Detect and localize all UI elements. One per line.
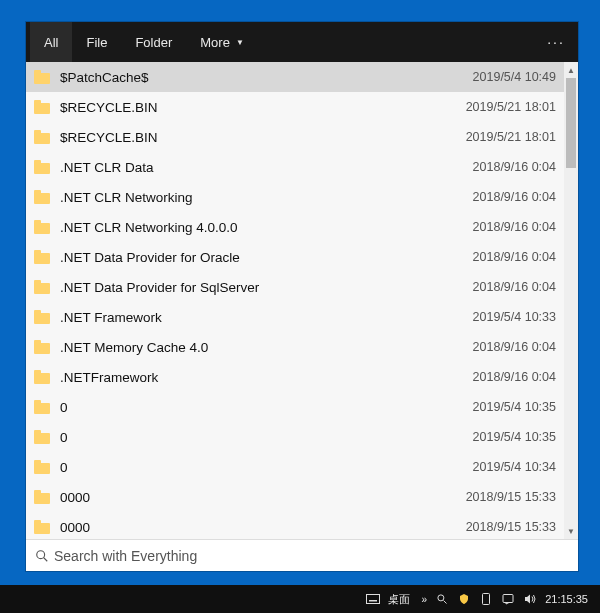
svg-rect-3	[369, 600, 377, 602]
svg-rect-6	[483, 594, 490, 605]
tab-label: Folder	[135, 35, 172, 50]
item-name: .NET Framework	[60, 310, 465, 325]
list-item[interactable]: .NET Framework2019/5/4 10:33	[26, 302, 564, 332]
item-date: 2018/9/16 0:04	[465, 370, 556, 384]
filter-tab-all[interactable]: All	[30, 22, 72, 62]
folder-icon	[34, 460, 50, 474]
scroll-thumb[interactable]	[566, 78, 576, 168]
list-item[interactable]: .NET Memory Cache 4.02018/9/16 0:04	[26, 332, 564, 362]
taskbar-clock[interactable]: 21:15:35	[545, 593, 592, 605]
item-date: 2018/9/16 0:04	[465, 280, 556, 294]
list-item[interactable]: .NETFramework2018/9/16 0:04	[26, 362, 564, 392]
item-date: 2018/9/16 0:04	[465, 220, 556, 234]
item-date: 2018/9/16 0:04	[465, 340, 556, 354]
folder-icon	[34, 160, 50, 174]
toolbar-spacer	[258, 22, 534, 62]
folder-icon	[34, 190, 50, 204]
folder-icon	[34, 280, 50, 294]
filter-tab-folder[interactable]: Folder	[121, 22, 186, 62]
tray-device-icon[interactable]	[479, 592, 493, 606]
svg-rect-2	[366, 595, 379, 604]
item-date: 2019/5/4 10:49	[465, 70, 556, 84]
filter-tab-file[interactable]: File	[72, 22, 121, 62]
item-name: .NET Memory Cache 4.0	[60, 340, 465, 355]
list-item[interactable]: 02019/5/4 10:35	[26, 422, 564, 452]
tab-label: File	[86, 35, 107, 50]
item-name: .NETFramework	[60, 370, 465, 385]
scroll-up-button[interactable]: ▲	[564, 62, 578, 78]
item-name: 0	[60, 400, 465, 415]
svg-rect-7	[503, 595, 513, 603]
list-item[interactable]: 00002018/9/15 15:33	[26, 482, 564, 512]
folder-icon	[34, 100, 50, 114]
list-item[interactable]: 00002018/9/15 15:33	[26, 512, 564, 539]
item-name: .NET CLR Networking 4.0.0.0	[60, 220, 465, 235]
item-date: 2019/5/21 18:01	[458, 100, 556, 114]
search-input[interactable]	[52, 544, 572, 568]
folder-icon	[34, 400, 50, 414]
svg-point-0	[37, 550, 45, 558]
toolbar-overflow-button[interactable]: ···	[534, 22, 578, 62]
item-date: 2018/9/16 0:04	[465, 250, 556, 264]
folder-icon	[34, 250, 50, 264]
item-date: 2019/5/4 10:35	[465, 430, 556, 444]
svg-point-4	[438, 595, 444, 601]
item-date: 2019/5/4 10:33	[465, 310, 556, 324]
folder-icon	[34, 490, 50, 504]
svg-line-1	[44, 557, 48, 561]
tray-notification-icon[interactable]	[501, 592, 515, 606]
tab-label: More	[200, 35, 230, 50]
item-date: 2018/9/16 0:04	[465, 190, 556, 204]
item-name: $RECYCLE.BIN	[60, 100, 458, 115]
chevron-down-icon: ▼	[236, 38, 244, 47]
tray-security-icon[interactable]	[457, 592, 471, 606]
list-item[interactable]: .NET Data Provider for SqlServer2018/9/1…	[26, 272, 564, 302]
item-date: 2018/9/15 15:33	[458, 490, 556, 504]
item-name: 0	[60, 430, 465, 445]
results-area: $PatchCache$2019/5/4 10:49$RECYCLE.BIN20…	[26, 62, 578, 539]
item-name: 0000	[60, 490, 458, 505]
search-icon	[32, 549, 52, 563]
item-date: 2019/5/4 10:34	[465, 460, 556, 474]
folder-icon	[34, 520, 50, 534]
item-name: .NET Data Provider for Oracle	[60, 250, 465, 265]
folder-icon	[34, 220, 50, 234]
list-item[interactable]: .NET CLR Networking 4.0.0.02018/9/16 0:0…	[26, 212, 564, 242]
item-date: 2018/9/16 0:04	[465, 160, 556, 174]
list-item[interactable]: $RECYCLE.BIN2019/5/21 18:01	[26, 92, 564, 122]
toolbar: AllFileFolderMore▼ ···	[26, 22, 578, 62]
results-list[interactable]: $PatchCache$2019/5/4 10:49$RECYCLE.BIN20…	[26, 62, 564, 539]
list-item[interactable]: $PatchCache$2019/5/4 10:49	[26, 62, 564, 92]
filter-tab-more[interactable]: More▼	[186, 22, 258, 62]
folder-icon	[34, 310, 50, 324]
desktop-label[interactable]: 桌面	[388, 592, 410, 607]
item-name: $PatchCache$	[60, 70, 465, 85]
item-date: 2019/5/21 18:01	[458, 130, 556, 144]
folder-icon	[34, 70, 50, 84]
scroll-down-button[interactable]: ▼	[564, 523, 578, 539]
list-item[interactable]: .NET Data Provider for Oracle2018/9/16 0…	[26, 242, 564, 272]
list-item[interactable]: .NET CLR Data2018/9/16 0:04	[26, 152, 564, 182]
tray-keyboard-icon[interactable]	[366, 592, 380, 606]
item-date: 2018/9/15 15:33	[458, 520, 556, 534]
app-window: AllFileFolderMore▼ ··· $PatchCache$2019/…	[26, 22, 578, 571]
svg-line-5	[444, 601, 447, 604]
list-item[interactable]: 02019/5/4 10:34	[26, 452, 564, 482]
list-item[interactable]: 02019/5/4 10:35	[26, 392, 564, 422]
scrollbar[interactable]: ▲ ▼	[564, 62, 578, 539]
item-date: 2019/5/4 10:35	[465, 400, 556, 414]
tray-chevron-icon[interactable]: »	[422, 594, 428, 605]
item-name: $RECYCLE.BIN	[60, 130, 458, 145]
item-name: 0000	[60, 520, 458, 535]
item-name: .NET CLR Networking	[60, 190, 465, 205]
item-name: .NET Data Provider for SqlServer	[60, 280, 465, 295]
tray-search-icon[interactable]	[435, 592, 449, 606]
tray-volume-icon[interactable]	[523, 592, 537, 606]
item-name: .NET CLR Data	[60, 160, 465, 175]
search-bar	[26, 539, 578, 571]
list-item[interactable]: $RECYCLE.BIN2019/5/21 18:01	[26, 122, 564, 152]
folder-icon	[34, 370, 50, 384]
list-item[interactable]: .NET CLR Networking2018/9/16 0:04	[26, 182, 564, 212]
tab-label: All	[44, 35, 58, 50]
folder-icon	[34, 340, 50, 354]
